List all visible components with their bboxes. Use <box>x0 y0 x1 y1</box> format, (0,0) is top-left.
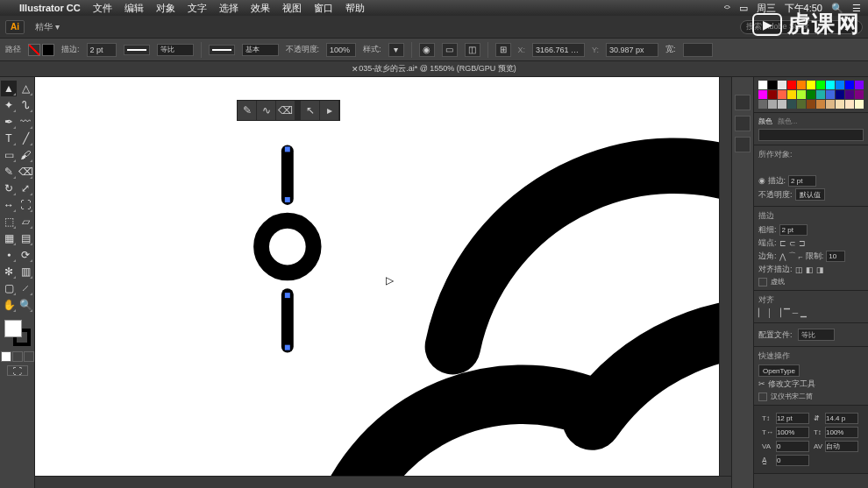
tool-selection[interactable]: ▲ <box>1 81 17 96</box>
swatch[interactable] <box>797 81 806 89</box>
tool-lasso[interactable]: ᔐ <box>18 97 33 113</box>
uniform-dropdown[interactable]: 等比 <box>157 44 194 56</box>
anchor-tool-icon[interactable]: ↖ <box>301 101 320 120</box>
tool-paintbrush[interactable]: 🖌 <box>18 147 33 163</box>
swatch[interactable] <box>826 90 835 99</box>
cap-round[interactable]: ⊂ <box>789 239 796 248</box>
menu-type[interactable]: 文字 <box>188 2 207 15</box>
draw-normal[interactable] <box>1 351 11 362</box>
stroke-weight-input[interactable] <box>87 43 117 57</box>
document-tab[interactable]: ✕ 035-故乡的云.ai* @ 1550% (RGB/GPU 预览) <box>0 61 868 77</box>
stroke-swatch[interactable] <box>42 44 54 56</box>
appear-opacity[interactable]: 默认值 <box>795 188 825 201</box>
menu-file[interactable]: 文件 <box>93 2 112 15</box>
panel-icon-3[interactable] <box>735 137 751 152</box>
coord-x[interactable] <box>532 43 585 57</box>
swatch[interactable] <box>787 81 796 89</box>
join-round[interactable]: ⌒ <box>788 251 796 262</box>
swatch[interactable] <box>797 90 806 99</box>
fill-box[interactable] <box>4 320 22 337</box>
tool-symbol-spray[interactable]: ✻ <box>1 264 17 279</box>
align-inside[interactable]: ◧ <box>806 265 814 274</box>
scrollbar-horizontal[interactable] <box>35 476 731 488</box>
tool-perspective[interactable]: ▱ <box>18 214 33 230</box>
swatch[interactable] <box>845 81 854 89</box>
font-size[interactable] <box>776 413 809 424</box>
path-eraser-icon[interactable]: ⌫ <box>276 101 295 120</box>
swatch[interactable] <box>836 90 844 99</box>
tool-slice[interactable]: ⟋ <box>18 280 33 296</box>
tool-blend[interactable]: ⟳ <box>18 247 33 263</box>
canvas[interactable]: ✎ ∿ ⌫ ↖ ▸ ▷ <box>35 77 731 488</box>
wifi-icon[interactable]: ⌔ <box>724 3 730 13</box>
recolor-icon[interactable]: ◉ <box>419 43 435 57</box>
appear-stroke[interactable] <box>788 175 816 187</box>
swatch[interactable] <box>836 100 844 109</box>
menu-window[interactable]: 窗口 <box>314 2 333 15</box>
width-input[interactable] <box>683 43 713 57</box>
tool-eyedropper[interactable]: ⦁ <box>1 247 17 263</box>
tool-column-graph[interactable]: ▥ <box>18 264 33 279</box>
convert-tool-icon[interactable]: ▸ <box>320 101 339 120</box>
color-slider[interactable] <box>758 129 864 141</box>
tool-rectangle[interactable]: ▭ <box>1 147 17 163</box>
tool-pencil[interactable]: ✎ <box>1 164 17 180</box>
tab-color[interactable]: 颜色 <box>758 117 772 126</box>
search-icon[interactable]: 🔍 <box>831 3 843 14</box>
panel-icon-2[interactable] <box>735 116 751 131</box>
menu-help[interactable]: 帮助 <box>345 2 365 15</box>
tool-type[interactable]: T <box>1 131 17 146</box>
vscale[interactable] <box>825 427 858 438</box>
screen-mode[interactable]: ⛶ <box>7 365 28 376</box>
swatch[interactable] <box>826 81 835 89</box>
cap-square[interactable]: ⊐ <box>799 239 806 248</box>
align-top[interactable]: ▔ <box>784 308 790 317</box>
swatch[interactable] <box>855 100 864 109</box>
tool-magic-wand[interactable]: ✦ <box>1 97 17 113</box>
swatch[interactable] <box>845 90 854 99</box>
tool-width[interactable]: ↔ <box>1 197 17 213</box>
swatch[interactable] <box>807 100 815 109</box>
leading[interactable] <box>825 413 858 424</box>
tracking[interactable] <box>825 441 858 452</box>
swatch[interactable] <box>768 90 777 99</box>
tool-pen[interactable]: ✒ <box>1 114 17 130</box>
menu-edit[interactable]: 编辑 <box>125 2 144 15</box>
quick-btn[interactable]: OpenType <box>758 364 800 377</box>
swatch[interactable] <box>855 81 864 89</box>
tool-rotate[interactable]: ↻ <box>1 180 17 196</box>
panel-icon-1[interactable] <box>735 95 751 110</box>
align-center[interactable]: ◫ <box>795 265 803 274</box>
swatch[interactable] <box>778 100 786 109</box>
appear-fill[interactable] <box>758 163 769 173</box>
swatch[interactable] <box>778 90 786 99</box>
variable-width-profile[interactable] <box>124 45 150 55</box>
font-chk[interactable] <box>758 393 767 401</box>
tool-eraser[interactable]: ⌫ <box>18 164 33 180</box>
tool-direct-select[interactable]: △ <box>18 81 33 96</box>
join-bevel[interactable]: ⌐ <box>799 252 803 261</box>
menu-select[interactable]: 选择 <box>219 2 238 15</box>
stock-search[interactable]: 搜索 Adobe Stock <box>740 20 863 34</box>
swatch[interactable] <box>816 90 825 99</box>
app-name[interactable]: Illustrator CC <box>19 3 81 13</box>
dashed-checkbox[interactable] <box>758 278 767 286</box>
swatch[interactable] <box>787 100 796 109</box>
menu-effect[interactable]: 效果 <box>251 2 270 15</box>
tab-color-guide[interactable]: 颜色... <box>778 117 798 126</box>
tool-line[interactable]: ╱ <box>18 131 33 146</box>
cap-butt[interactable]: ⊏ <box>779 239 786 248</box>
swatch[interactable] <box>758 100 767 109</box>
menu-icon[interactable]: ☰ <box>852 3 861 14</box>
swatch[interactable] <box>807 90 815 99</box>
graphic-style[interactable]: ▾ <box>388 43 404 57</box>
swatch[interactable] <box>816 100 825 109</box>
align-icon[interactable]: ▭ <box>442 43 458 57</box>
menu-view[interactable]: 视图 <box>282 2 302 15</box>
kerning[interactable] <box>776 441 809 452</box>
pencil-tool-icon[interactable]: ✎ <box>238 101 257 120</box>
align-bottom[interactable]: ▁ <box>800 308 807 317</box>
align-vcenter[interactable]: ─ <box>793 308 798 317</box>
join-miter[interactable]: ⋀ <box>779 252 786 261</box>
profile-dropdown[interactable]: 等比 <box>798 329 835 341</box>
